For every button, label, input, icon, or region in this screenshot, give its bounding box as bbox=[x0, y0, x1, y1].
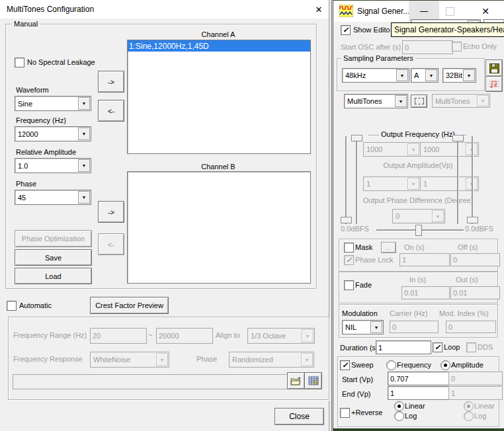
echo-only-checkbox[interactable] bbox=[452, 42, 462, 52]
mod-index-input[interactable]: 0 bbox=[446, 321, 496, 333]
check-icon: ✓ bbox=[342, 362, 348, 369]
mask-off-label: Off (s) bbox=[458, 243, 478, 251]
log-right-radio[interactable] bbox=[464, 411, 474, 421]
mask-checkbox[interactable] bbox=[344, 243, 354, 253]
output-phase-difference-select[interactable]: 0 ▼ bbox=[392, 209, 445, 223]
sample-rate-select[interactable]: 48kHz ▼ bbox=[342, 68, 409, 83]
left-inner-slider-track[interactable] bbox=[356, 136, 357, 224]
right-inner-slider-thumb[interactable] bbox=[452, 135, 464, 141]
load-button[interactable]: Load bbox=[15, 268, 92, 284]
chevron-down-icon[interactable]: ▼ bbox=[370, 321, 382, 333]
bit-depth-select[interactable]: 32Bit ▼ bbox=[442, 68, 476, 83]
fade-out-input[interactable]: 0.01 bbox=[450, 286, 500, 299]
show-editor-label: Show Edito bbox=[353, 26, 390, 34]
linear-right-radio[interactable] bbox=[464, 401, 474, 411]
chevron-down-icon[interactable]: ▼ bbox=[396, 69, 408, 81]
save-button[interactable]: Save bbox=[15, 249, 92, 266]
sweep-frequency-label: Frequency bbox=[397, 361, 431, 369]
phase-select[interactable]: 45 ▼ bbox=[15, 190, 91, 205]
phase-optimization-button[interactable]: Phase Optimization bbox=[15, 230, 92, 247]
duration-input[interactable]: 1 bbox=[376, 340, 431, 354]
close-button[interactable]: Close bbox=[274, 408, 324, 425]
fade-checkbox[interactable] bbox=[344, 280, 354, 290]
carrier-input[interactable]: 0 bbox=[390, 321, 439, 333]
sweep-start-label: Start (Vp) bbox=[342, 375, 373, 383]
reverse-checkbox[interactable] bbox=[340, 408, 350, 418]
open-file-button[interactable] bbox=[287, 372, 305, 389]
carrier-label: Carrier (Hz) bbox=[390, 309, 427, 317]
chevron-down-icon: ▼ bbox=[477, 95, 489, 106]
log-right-label: Log bbox=[474, 412, 486, 420]
waveform-type-select[interactable]: MultiTones ▼ bbox=[344, 94, 408, 108]
chevron-down-icon[interactable]: ▼ bbox=[395, 95, 407, 107]
fade-in-input[interactable]: 0.01 bbox=[401, 286, 450, 299]
output-amplitude-a-select[interactable]: 1 ▼ bbox=[363, 176, 421, 191]
loop-checkbox[interactable]: ✓ bbox=[433, 342, 442, 352]
sweep-amplitude-radio[interactable] bbox=[441, 360, 450, 370]
chevron-down-icon[interactable]: ▼ bbox=[78, 191, 90, 204]
sweep-frequency-radio[interactable] bbox=[386, 360, 396, 370]
sweep-end-b-input[interactable]: 1 bbox=[448, 386, 503, 400]
frequency-range-from-input[interactable]: 20 bbox=[90, 328, 147, 344]
crest-factor-preview-button[interactable]: Crest Factor Preview bbox=[90, 297, 169, 314]
output-amplitude-b-select[interactable]: 1 ▼ bbox=[420, 176, 479, 191]
right-inner-slider-track[interactable] bbox=[457, 136, 458, 224]
maximize-icon[interactable] bbox=[446, 7, 454, 16]
channel-a-selected-item[interactable]: 1:Sine,12000Hz,1,45D bbox=[128, 40, 310, 52]
left-inner-slider-thumb[interactable] bbox=[351, 135, 362, 141]
auto-phase-select[interactable]: Randomized ▼ bbox=[229, 352, 314, 368]
log-radio[interactable] bbox=[394, 411, 404, 421]
frequency-select[interactable]: 12000 ▼ bbox=[15, 126, 91, 141]
waveform-select[interactable]: Sine ▼ bbox=[15, 96, 91, 111]
close-icon[interactable]: ✕ bbox=[476, 4, 495, 19]
sweep-end-a-input[interactable]: 1 bbox=[388, 386, 450, 400]
multitones-config-button[interactable] bbox=[411, 95, 427, 108]
close-icon[interactable]: ✕ bbox=[312, 3, 325, 15]
relative-amplitude-select[interactable]: 1.0 ▼ bbox=[15, 158, 91, 173]
chevron-down-icon[interactable]: ▼ bbox=[78, 128, 90, 140]
remove-from-channel-a-button[interactable]: <- bbox=[98, 100, 124, 122]
add-to-channel-a-button[interactable]: -> bbox=[98, 71, 124, 93]
sweep-start-a-input[interactable]: 0.707 bbox=[388, 372, 450, 385]
mask-off-input[interactable]: 0 bbox=[450, 253, 500, 266]
mask-more-button[interactable]: ... bbox=[381, 242, 396, 253]
file-path-input[interactable] bbox=[13, 374, 288, 389]
start-osc-input[interactable]: 0 bbox=[402, 40, 453, 54]
balance-slider-thumb[interactable] bbox=[415, 225, 422, 236]
remove-from-channel-b-button[interactable]: <- bbox=[98, 233, 124, 255]
align-to-select[interactable]: 1/3 Octave ▼ bbox=[247, 328, 315, 344]
show-editor-checkbox[interactable]: ✓ bbox=[341, 25, 351, 35]
no-spectral-leakage-checkbox[interactable] bbox=[15, 58, 24, 67]
relative-amplitude-label: Relative Amplitude bbox=[16, 148, 76, 156]
channel-a-listbox[interactable]: 1:Sine,12000Hz,1,45D bbox=[127, 40, 311, 154]
automatic-checkbox[interactable] bbox=[7, 301, 17, 311]
output-frequency-b-select[interactable]: 1000 ▼ bbox=[420, 142, 479, 157]
frequency-range-to-input[interactable]: 20000 bbox=[156, 328, 213, 344]
musical-scale-button[interactable] bbox=[485, 76, 503, 92]
chevron-down-icon: ▼ bbox=[432, 210, 444, 222]
frequency-response-select[interactable]: WhiteNoise ▼ bbox=[90, 352, 169, 368]
chevron-down-icon[interactable]: ▼ bbox=[78, 159, 90, 172]
multitones-titlebar[interactable]: MultiTones Configuration ✕ bbox=[0, 0, 329, 19]
phase-lock-checkbox[interactable]: ✓ bbox=[344, 255, 354, 265]
sweep-checkbox[interactable]: ✓ bbox=[340, 360, 350, 370]
chevron-down-icon[interactable]: ▼ bbox=[463, 69, 475, 81]
chevron-down-icon[interactable]: ▼ bbox=[425, 69, 437, 81]
modulation-type-select[interactable]: NIL ▼ bbox=[342, 320, 384, 334]
right-outer-slider-track[interactable] bbox=[472, 136, 473, 224]
sweep-start-b-input[interactable]: 0 bbox=[448, 372, 503, 385]
add-to-channel-b-button[interactable]: -> bbox=[98, 201, 124, 223]
mask-on-input[interactable]: 1 bbox=[399, 253, 450, 266]
left-outer-slider-track[interactable] bbox=[345, 136, 347, 224]
linear-radio[interactable] bbox=[394, 401, 404, 411]
chevron-down-icon[interactable]: ▼ bbox=[78, 97, 90, 110]
edit-table-button[interactable] bbox=[304, 372, 322, 389]
left-outer-slider-thumb[interactable] bbox=[341, 217, 352, 223]
right-outer-slider-thumb[interactable] bbox=[467, 217, 478, 223]
output-frequency-a-select[interactable]: 1000 ▼ bbox=[363, 142, 421, 157]
channel-b-listbox[interactable] bbox=[127, 171, 311, 284]
channel-select[interactable]: A ▼ bbox=[411, 68, 439, 83]
dds-checkbox[interactable] bbox=[466, 342, 476, 352]
waveform-type-right-select[interactable]: MultiTones ▼ bbox=[432, 94, 490, 108]
save-signal-button[interactable] bbox=[485, 59, 503, 77]
